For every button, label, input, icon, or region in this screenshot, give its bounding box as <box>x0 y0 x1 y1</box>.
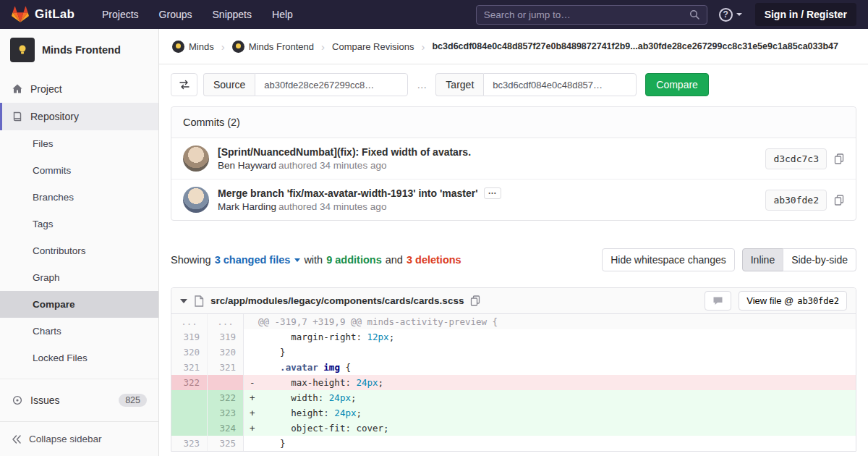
old-line-number[interactable]: ... <box>171 314 208 329</box>
gitlab-logo-icon <box>12 6 29 23</box>
old-line-number[interactable]: 321 <box>171 360 208 375</box>
breadcrumb-minds[interactable]: Minds <box>172 41 214 53</box>
sidebar-item-branches[interactable]: Branches <box>0 184 158 211</box>
diff-file-panel: src/app/modules/legacy/components/cards/… <box>171 287 856 452</box>
side-by-side-view-button[interactable]: Side-by-side <box>783 248 856 271</box>
top-navbar: GitLab Projects Groups Snippets Help ? S… <box>0 0 868 29</box>
minds-group-avatar <box>172 41 184 53</box>
sidebar-item-label: Repository <box>30 111 79 122</box>
commit-author-link[interactable]: Ben Hayward <box>218 160 276 171</box>
new-line-number[interactable]: 325 <box>208 436 244 451</box>
page-body: Source … Target Compare Commits (2) <box>159 64 868 456</box>
repository-icon <box>12 111 23 122</box>
main-content: Minds › Minds Frontend › Compare Revisio… <box>159 29 868 456</box>
commit-title-link[interactable]: [Sprint/NuancedNumbat](fix): Fixed width… <box>218 146 471 158</box>
sidebar-item-charts[interactable]: Charts <box>0 318 158 345</box>
new-line-number[interactable]: ... <box>208 314 244 329</box>
search-icon <box>689 9 699 20</box>
nav-groups[interactable]: Groups <box>159 9 192 20</box>
new-line-number[interactable] <box>208 375 244 390</box>
old-line-number[interactable]: 322 <box>171 375 208 390</box>
view-file-label: View file @ <box>746 295 793 306</box>
diff-marker: + <box>244 421 258 436</box>
old-line-number[interactable] <box>171 405 208 421</box>
gitlab-home-link[interactable]: GitLab <box>12 6 75 23</box>
changed-files-label: 3 changed files <box>215 254 291 266</box>
sidebar-item-tags[interactable]: Tags <box>0 211 158 237</box>
sidebar-item-issues[interactable]: Issues 825 <box>0 387 158 414</box>
diff-marker: + <box>244 390 258 405</box>
new-line-number[interactable]: 324 <box>208 421 244 436</box>
inline-view-button[interactable]: Inline <box>742 248 783 271</box>
copy-sha-icon[interactable] <box>834 153 844 164</box>
search-input[interactable] <box>484 9 689 20</box>
source-revision-input[interactable] <box>255 73 408 96</box>
breadcrumb-minds-frontend[interactable]: Minds Frontend <box>232 41 314 53</box>
commit-description-expander[interactable]: … <box>484 187 501 199</box>
sign-in-button[interactable]: Sign in / Register <box>755 3 856 26</box>
collapse-sidebar-label: Collapse sidebar <box>29 434 102 444</box>
diff-line: 321321 .avatar img { <box>171 360 856 375</box>
breadcrumb: Minds › Minds Frontend › Compare Revisio… <box>159 29 868 64</box>
diff-marker: + <box>244 405 258 421</box>
collapse-sidebar-button[interactable]: Collapse sidebar <box>0 421 158 456</box>
commit-row: [Sprint/NuancedNumbat](fix): Fixed width… <box>171 138 856 179</box>
sidebar-item-contributors[interactable]: Contributors <box>0 237 158 264</box>
sidebar-item-label: Project <box>30 83 62 95</box>
sidebar-item-project[interactable]: Project <box>0 75 158 103</box>
nav-projects[interactable]: Projects <box>102 9 139 20</box>
target-revision-input[interactable] <box>483 73 637 96</box>
project-name: Minds Frontend <box>42 44 121 56</box>
nav-links: Projects Groups Snippets Help <box>102 9 293 20</box>
chevron-right-icon: › <box>421 41 425 53</box>
sidebar-item-locked-files[interactable]: Locked Files <box>0 345 158 371</box>
view-file-button[interactable]: View file @ ab30fde2 <box>739 291 847 311</box>
source-group: Source <box>203 73 408 96</box>
sidebar-item-commits[interactable]: Commits <box>0 157 158 184</box>
swap-arrows-icon <box>179 80 190 90</box>
project-header-link[interactable]: Minds Frontend <box>0 29 158 69</box>
commit-meta: Ben Haywardauthored 34 minutes ago <box>218 160 765 171</box>
nav-snippets[interactable]: Snippets <box>213 9 252 20</box>
code-content: @@ -319,7 +319,9 @@ minds-activity-previ… <box>244 314 856 329</box>
commit-author-link[interactable]: Mark Harding <box>218 201 276 212</box>
new-line-number[interactable]: 320 <box>208 345 244 360</box>
commit-sha-link[interactable]: ab30fde2 <box>765 190 827 211</box>
copy-sha-icon[interactable] <box>834 195 844 206</box>
old-line-number[interactable]: 323 <box>171 436 208 451</box>
hide-whitespace-button[interactable]: Hide whitespace changes <box>602 248 735 271</box>
toggle-comments-button[interactable] <box>705 291 731 311</box>
new-line-number[interactable]: 322 <box>208 390 244 405</box>
sidebar-item-repository[interactable]: Repository <box>0 103 158 130</box>
code-content: + height: 24px; <box>244 405 856 421</box>
diff-table: ......@@ -319,7 +319,9 @@ minds-activity… <box>171 314 856 451</box>
diff-line: 320320 } <box>171 345 856 360</box>
additions-count: 9 additions <box>326 254 382 266</box>
diff-file-header: src/app/modules/legacy/components/cards/… <box>171 288 856 314</box>
code-content: - max-height: 24px; <box>244 375 856 390</box>
old-line-number[interactable] <box>171 421 208 436</box>
help-menu[interactable]: ? <box>719 8 742 22</box>
new-line-number[interactable]: 321 <box>208 360 244 375</box>
caret-down-icon <box>294 258 300 262</box>
sidebar-item-compare[interactable]: Compare <box>0 291 158 318</box>
sidebar-item-files[interactable]: Files <box>0 130 158 157</box>
nav-help[interactable]: Help <box>272 9 293 20</box>
diff-line: 322- max-height: 24px; <box>171 375 856 390</box>
collapse-file-icon[interactable] <box>180 299 187 303</box>
swap-revisions-button[interactable] <box>171 73 197 96</box>
global-search[interactable] <box>476 5 707 25</box>
old-line-number[interactable] <box>171 390 208 405</box>
new-line-number[interactable]: 323 <box>208 405 244 421</box>
compare-button[interactable]: Compare <box>645 73 709 96</box>
commit-title-link[interactable]: Merge branch 'fix/max-avatar-width-1913'… <box>218 187 478 199</box>
old-line-number[interactable]: 319 <box>171 329 208 345</box>
sidebar-item-graph[interactable]: Graph <box>0 264 158 291</box>
commit-row: Merge branch 'fix/max-avatar-width-1913'… <box>171 179 856 220</box>
breadcrumb-compare-revisions[interactable]: Compare Revisions <box>332 41 414 52</box>
changed-files-dropdown[interactable]: 3 changed files <box>215 254 301 266</box>
old-line-number[interactable]: 320 <box>171 345 208 360</box>
commit-sha-link[interactable]: d3cdc7c3 <box>765 148 827 169</box>
copy-file-path-icon[interactable] <box>470 295 480 306</box>
new-line-number[interactable]: 319 <box>208 329 244 345</box>
